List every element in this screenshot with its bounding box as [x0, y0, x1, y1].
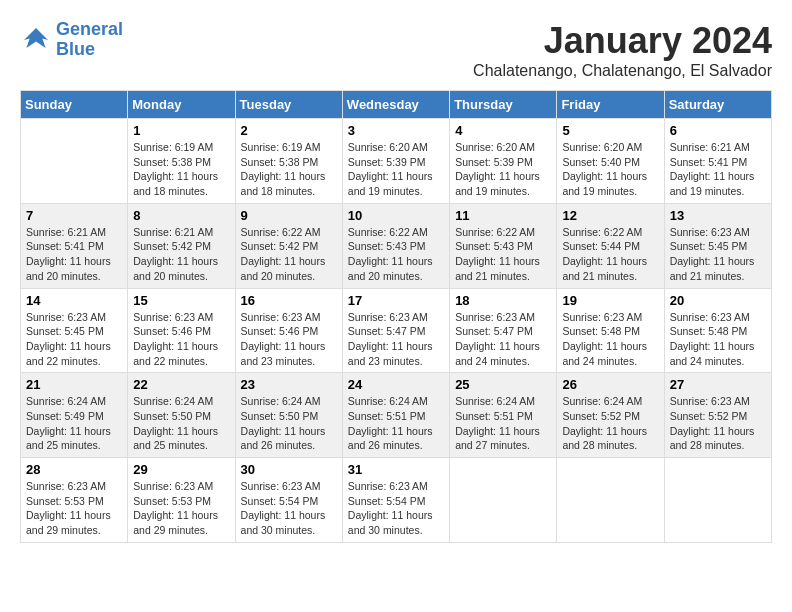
- day-info: Sunrise: 6:24 AMSunset: 5:50 PMDaylight:…: [241, 394, 337, 453]
- calendar-cell: 21Sunrise: 6:24 AMSunset: 5:49 PMDayligh…: [21, 373, 128, 458]
- day-number: 23: [241, 377, 337, 392]
- calendar-cell: [450, 458, 557, 543]
- day-info: Sunrise: 6:20 AMSunset: 5:39 PMDaylight:…: [348, 140, 444, 199]
- day-info: Sunrise: 6:24 AMSunset: 5:50 PMDaylight:…: [133, 394, 229, 453]
- calendar-cell: 16Sunrise: 6:23 AMSunset: 5:46 PMDayligh…: [235, 288, 342, 373]
- day-number: 6: [670, 123, 766, 138]
- day-info: Sunrise: 6:21 AMSunset: 5:41 PMDaylight:…: [670, 140, 766, 199]
- calendar-cell: 25Sunrise: 6:24 AMSunset: 5:51 PMDayligh…: [450, 373, 557, 458]
- calendar-cell: 22Sunrise: 6:24 AMSunset: 5:50 PMDayligh…: [128, 373, 235, 458]
- day-info: Sunrise: 6:23 AMSunset: 5:45 PMDaylight:…: [26, 310, 122, 369]
- title-block: January 2024 Chalatenango, Chalatenango,…: [473, 20, 772, 80]
- day-number: 27: [670, 377, 766, 392]
- day-info: Sunrise: 6:20 AMSunset: 5:40 PMDaylight:…: [562, 140, 658, 199]
- logo: General Blue: [20, 20, 123, 60]
- day-info: Sunrise: 6:22 AMSunset: 5:42 PMDaylight:…: [241, 225, 337, 284]
- day-number: 26: [562, 377, 658, 392]
- day-number: 25: [455, 377, 551, 392]
- calendar-cell: 11Sunrise: 6:22 AMSunset: 5:43 PMDayligh…: [450, 203, 557, 288]
- day-number: 5: [562, 123, 658, 138]
- calendar-cell: 8Sunrise: 6:21 AMSunset: 5:42 PMDaylight…: [128, 203, 235, 288]
- logo-text: General Blue: [56, 20, 123, 60]
- day-number: 19: [562, 293, 658, 308]
- calendar-cell: 15Sunrise: 6:23 AMSunset: 5:46 PMDayligh…: [128, 288, 235, 373]
- day-info: Sunrise: 6:23 AMSunset: 5:46 PMDaylight:…: [241, 310, 337, 369]
- day-info: Sunrise: 6:19 AMSunset: 5:38 PMDaylight:…: [241, 140, 337, 199]
- calendar-week-row: 1Sunrise: 6:19 AMSunset: 5:38 PMDaylight…: [21, 119, 772, 204]
- day-number: 13: [670, 208, 766, 223]
- calendar-cell: 6Sunrise: 6:21 AMSunset: 5:41 PMDaylight…: [664, 119, 771, 204]
- day-of-week-header: Tuesday: [235, 91, 342, 119]
- calendar-cell: [21, 119, 128, 204]
- day-number: 10: [348, 208, 444, 223]
- calendar-body: 1Sunrise: 6:19 AMSunset: 5:38 PMDaylight…: [21, 119, 772, 543]
- day-info: Sunrise: 6:21 AMSunset: 5:42 PMDaylight:…: [133, 225, 229, 284]
- day-number: 28: [26, 462, 122, 477]
- day-number: 9: [241, 208, 337, 223]
- calendar-cell: 17Sunrise: 6:23 AMSunset: 5:47 PMDayligh…: [342, 288, 449, 373]
- calendar-cell: 30Sunrise: 6:23 AMSunset: 5:54 PMDayligh…: [235, 458, 342, 543]
- calendar-cell: [664, 458, 771, 543]
- calendar-table: SundayMondayTuesdayWednesdayThursdayFrid…: [20, 90, 772, 543]
- day-number: 15: [133, 293, 229, 308]
- day-info: Sunrise: 6:23 AMSunset: 5:54 PMDaylight:…: [241, 479, 337, 538]
- day-of-week-header: Thursday: [450, 91, 557, 119]
- calendar-week-row: 28Sunrise: 6:23 AMSunset: 5:53 PMDayligh…: [21, 458, 772, 543]
- day-info: Sunrise: 6:23 AMSunset: 5:46 PMDaylight:…: [133, 310, 229, 369]
- day-of-week-header: Friday: [557, 91, 664, 119]
- calendar-cell: 27Sunrise: 6:23 AMSunset: 5:52 PMDayligh…: [664, 373, 771, 458]
- calendar-cell: 23Sunrise: 6:24 AMSunset: 5:50 PMDayligh…: [235, 373, 342, 458]
- day-number: 20: [670, 293, 766, 308]
- day-info: Sunrise: 6:23 AMSunset: 5:45 PMDaylight:…: [670, 225, 766, 284]
- day-number: 29: [133, 462, 229, 477]
- day-number: 30: [241, 462, 337, 477]
- day-number: 12: [562, 208, 658, 223]
- day-info: Sunrise: 6:24 AMSunset: 5:51 PMDaylight:…: [348, 394, 444, 453]
- calendar-cell: 31Sunrise: 6:23 AMSunset: 5:54 PMDayligh…: [342, 458, 449, 543]
- day-number: 2: [241, 123, 337, 138]
- day-of-week-header: Saturday: [664, 91, 771, 119]
- day-info: Sunrise: 6:24 AMSunset: 5:49 PMDaylight:…: [26, 394, 122, 453]
- page-header: General Blue January 2024 Chalatenango, …: [20, 20, 772, 80]
- calendar-cell: 7Sunrise: 6:21 AMSunset: 5:41 PMDaylight…: [21, 203, 128, 288]
- day-info: Sunrise: 6:24 AMSunset: 5:51 PMDaylight:…: [455, 394, 551, 453]
- calendar-cell: 24Sunrise: 6:24 AMSunset: 5:51 PMDayligh…: [342, 373, 449, 458]
- calendar-cell: 18Sunrise: 6:23 AMSunset: 5:47 PMDayligh…: [450, 288, 557, 373]
- day-number: 11: [455, 208, 551, 223]
- calendar-header-row: SundayMondayTuesdayWednesdayThursdayFrid…: [21, 91, 772, 119]
- calendar-cell: 2Sunrise: 6:19 AMSunset: 5:38 PMDaylight…: [235, 119, 342, 204]
- day-number: 14: [26, 293, 122, 308]
- logo-icon: [20, 24, 52, 56]
- day-number: 31: [348, 462, 444, 477]
- calendar-cell: 28Sunrise: 6:23 AMSunset: 5:53 PMDayligh…: [21, 458, 128, 543]
- svg-marker-0: [24, 28, 48, 48]
- day-number: 1: [133, 123, 229, 138]
- calendar-cell: 3Sunrise: 6:20 AMSunset: 5:39 PMDaylight…: [342, 119, 449, 204]
- day-number: 21: [26, 377, 122, 392]
- day-info: Sunrise: 6:22 AMSunset: 5:43 PMDaylight:…: [348, 225, 444, 284]
- day-number: 18: [455, 293, 551, 308]
- day-number: 24: [348, 377, 444, 392]
- day-number: 22: [133, 377, 229, 392]
- day-number: 3: [348, 123, 444, 138]
- calendar-cell: 4Sunrise: 6:20 AMSunset: 5:39 PMDaylight…: [450, 119, 557, 204]
- day-number: 8: [133, 208, 229, 223]
- day-info: Sunrise: 6:23 AMSunset: 5:48 PMDaylight:…: [562, 310, 658, 369]
- day-number: 17: [348, 293, 444, 308]
- calendar-cell: 26Sunrise: 6:24 AMSunset: 5:52 PMDayligh…: [557, 373, 664, 458]
- location-subtitle: Chalatenango, Chalatenango, El Salvador: [473, 62, 772, 80]
- day-info: Sunrise: 6:23 AMSunset: 5:48 PMDaylight:…: [670, 310, 766, 369]
- day-of-week-header: Wednesday: [342, 91, 449, 119]
- day-info: Sunrise: 6:23 AMSunset: 5:53 PMDaylight:…: [26, 479, 122, 538]
- calendar-cell: 9Sunrise: 6:22 AMSunset: 5:42 PMDaylight…: [235, 203, 342, 288]
- day-info: Sunrise: 6:22 AMSunset: 5:43 PMDaylight:…: [455, 225, 551, 284]
- day-number: 7: [26, 208, 122, 223]
- day-number: 4: [455, 123, 551, 138]
- day-info: Sunrise: 6:22 AMSunset: 5:44 PMDaylight:…: [562, 225, 658, 284]
- calendar-cell: 10Sunrise: 6:22 AMSunset: 5:43 PMDayligh…: [342, 203, 449, 288]
- calendar-cell: 29Sunrise: 6:23 AMSunset: 5:53 PMDayligh…: [128, 458, 235, 543]
- calendar-cell: [557, 458, 664, 543]
- day-of-week-header: Monday: [128, 91, 235, 119]
- calendar-cell: 20Sunrise: 6:23 AMSunset: 5:48 PMDayligh…: [664, 288, 771, 373]
- calendar-cell: 12Sunrise: 6:22 AMSunset: 5:44 PMDayligh…: [557, 203, 664, 288]
